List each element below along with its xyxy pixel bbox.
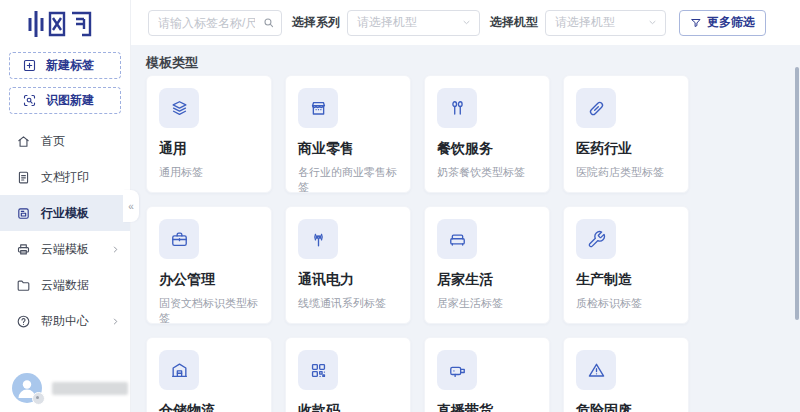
- category-title: 通讯电力: [298, 271, 398, 289]
- category-card-home-living[interactable]: 居家生活 居家生活标签: [424, 206, 550, 324]
- wrench-icon: [576, 219, 616, 259]
- sidebar-item-label: 首页: [41, 133, 120, 150]
- sidebar-actions: 新建标签 识图新建: [0, 52, 130, 114]
- scan-icon: [22, 93, 37, 108]
- category-card-office[interactable]: 办公管理 固资文档标识类型标签: [146, 206, 272, 324]
- category-card-retail[interactable]: 商业零售 各行业的商业零售标签: [285, 75, 411, 193]
- utensils-icon: [437, 88, 477, 128]
- chevron-right-icon: [111, 317, 120, 326]
- template-icon: [16, 206, 31, 221]
- category-title: 生产制造: [576, 271, 676, 289]
- model-select[interactable]: 请选择机型: [545, 10, 666, 36]
- chevron-down-icon: [647, 17, 658, 28]
- series-select-placeholder: 请选择机型: [357, 14, 417, 31]
- antenna-icon: [298, 219, 338, 259]
- sidebar-item-home[interactable]: 首页: [0, 123, 130, 159]
- category-title: 办公管理: [159, 271, 259, 289]
- sofa-icon: [437, 219, 477, 259]
- pill-icon: [576, 88, 616, 128]
- chevron-right-icon: [111, 245, 120, 254]
- sidebar-item-label: 帮助中心: [41, 313, 101, 330]
- printer-icon: [16, 242, 31, 257]
- help-icon: [16, 314, 31, 329]
- series-select[interactable]: 请选择机型: [347, 10, 480, 36]
- sidebar-item-label: 文档打印: [41, 169, 120, 186]
- section-title: 模板类型: [146, 54, 800, 72]
- series-label: 选择系列: [292, 14, 340, 31]
- document-icon: [16, 170, 31, 185]
- sidebar: 新建标签 识图新建 首页: [0, 0, 130, 412]
- category-card-warehouse[interactable]: 仓储物流: [146, 337, 272, 412]
- category-subtitle: 通用标签: [159, 165, 259, 180]
- filter-toolbar: 选择系列 请选择机型 选择机型 请选择机型: [130, 0, 800, 45]
- category-title: 商业零售: [298, 140, 398, 158]
- warning-icon: [576, 350, 616, 390]
- new-label-button[interactable]: 新建标签: [9, 52, 121, 79]
- more-filters-label: 更多筛选: [707, 14, 755, 31]
- category-title: 餐饮服务: [437, 140, 537, 158]
- storefront-icon: [298, 88, 338, 128]
- category-title: 居家生活: [437, 271, 537, 289]
- category-card-telecom[interactable]: 通讯电力 线缆通讯系列标签: [285, 206, 411, 324]
- category-subtitle: 各行业的商业零售标签: [298, 165, 398, 195]
- scan-create-button-label: 识图新建: [46, 92, 94, 109]
- briefcase-icon: [159, 219, 199, 259]
- sidebar-collapse-handle[interactable]: «: [123, 190, 139, 222]
- warehouse-icon: [159, 350, 199, 390]
- category-card-pharma[interactable]: 医药行业 医院药店类型标签: [563, 75, 689, 193]
- model-select-placeholder: 请选择机型: [555, 14, 615, 31]
- home-icon: [16, 134, 31, 149]
- category-grid: 通用 通用标签 商业零售 各行业的商业零售标签: [146, 75, 800, 412]
- category-card-payment-code[interactable]: 收款码: [285, 337, 411, 412]
- category-title: 通用: [159, 140, 259, 158]
- model-label: 选择机型: [490, 14, 538, 31]
- sidebar-item-industry-templates[interactable]: 行业模板: [0, 195, 130, 231]
- search-icon[interactable]: [262, 16, 275, 29]
- category-card-manufacturing[interactable]: 生产制造 质检标识标签: [563, 206, 689, 324]
- vertical-scrollbar[interactable]: [795, 67, 799, 320]
- more-filters-button[interactable]: 更多筛选: [679, 10, 766, 36]
- category-title: 收款码: [298, 402, 398, 412]
- app-window: 新建标签 识图新建 首页: [0, 0, 800, 412]
- sidebar-item-cloud-data[interactable]: 云端数据: [0, 267, 130, 303]
- scan-create-button[interactable]: 识图新建: [9, 87, 121, 114]
- sidebar-item-label: 云端模板: [41, 241, 101, 258]
- category-title: 医药行业: [576, 140, 676, 158]
- plus-square-icon: [22, 58, 37, 73]
- category-subtitle: 线缆通讯系列标签: [298, 296, 398, 311]
- category-subtitle: 居家生活标签: [437, 296, 537, 311]
- collapse-icon: «: [128, 201, 134, 212]
- funnel-icon: [690, 17, 702, 29]
- category-title: 仓储物流: [159, 402, 259, 412]
- label-search: [148, 10, 282, 36]
- category-title: 直播带货: [437, 402, 537, 412]
- category-title: 危险固废: [576, 402, 676, 412]
- avatar-status-badge: [32, 392, 45, 405]
- folder-icon: [16, 278, 31, 293]
- main-content: 模板类型 通用 通用标签 商业: [130, 45, 800, 412]
- layers-icon: [159, 88, 199, 128]
- new-label-button-label: 新建标签: [46, 57, 94, 74]
- user-name-redacted: [52, 382, 128, 395]
- category-card-hazardous-waste[interactable]: 危险固废: [563, 337, 689, 412]
- category-card-livestream[interactable]: 直播带货: [424, 337, 550, 412]
- user-avatar-icon[interactable]: [12, 373, 42, 403]
- sidebar-item-cloud-templates[interactable]: 云端模板: [0, 231, 130, 267]
- sidebar-item-label: 云端数据: [41, 277, 120, 294]
- category-card-food-service[interactable]: 餐饮服务 奶茶餐饮类型标签: [424, 75, 550, 193]
- sidebar-item-label: 行业模板: [41, 205, 120, 222]
- category-subtitle: 质检标识标签: [576, 296, 676, 311]
- category-subtitle: 固资文档标识类型标签: [159, 296, 259, 326]
- live-camera-icon: [437, 350, 477, 390]
- category-subtitle: 医院药店类型标签: [576, 165, 676, 180]
- category-subtitle: 奶茶餐饮类型标签: [437, 165, 537, 180]
- user-account[interactable]: [12, 373, 128, 403]
- sidebar-item-document-print[interactable]: 文档打印: [0, 159, 130, 195]
- category-card-general[interactable]: 通用 通用标签: [146, 75, 272, 193]
- brand-logo: [28, 7, 130, 41]
- qrcode-icon: [298, 350, 338, 390]
- chevron-down-icon: [461, 17, 472, 28]
- sidebar-item-help-center[interactable]: 帮助中心: [0, 303, 130, 339]
- sidebar-nav: 首页 文档打印 行业模板: [0, 123, 130, 339]
